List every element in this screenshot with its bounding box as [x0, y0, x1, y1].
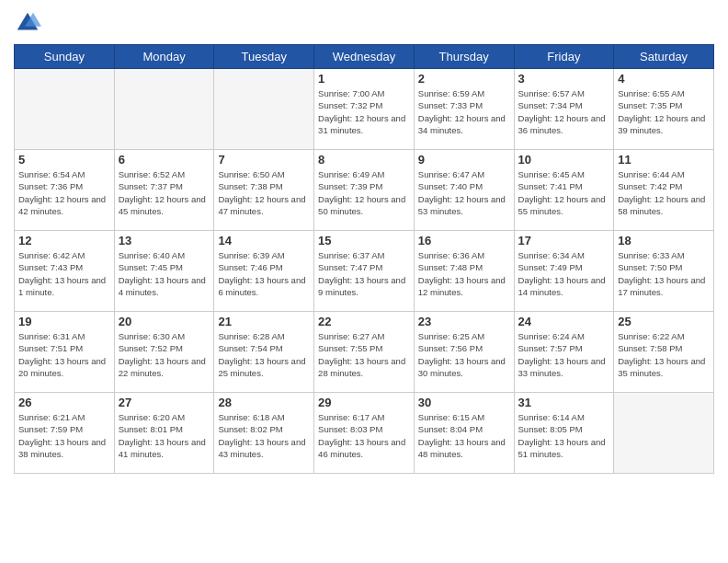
day-number: 8 — [318, 153, 410, 167]
day-info: Sunrise: 6:45 AM Sunset: 7:41 PM Dayligh… — [518, 168, 610, 217]
calendar-cell: 23Sunrise: 6:25 AM Sunset: 7:56 PM Dayli… — [414, 312, 514, 393]
day-number: 17 — [518, 234, 610, 247]
day-number: 26 — [18, 396, 110, 409]
calendar-cell — [15, 69, 115, 150]
day-number: 29 — [318, 396, 410, 409]
day-number: 4 — [618, 72, 710, 86]
day-info: Sunrise: 6:22 AM Sunset: 7:58 PM Dayligh… — [618, 330, 710, 379]
header — [14, 9, 714, 37]
calendar-cell: 6Sunrise: 6:52 AM Sunset: 7:37 PM Daylig… — [114, 150, 214, 231]
day-info: Sunrise: 6:20 AM Sunset: 8:01 PM Dayligh… — [119, 411, 210, 460]
day-info: Sunrise: 6:36 AM Sunset: 7:48 PM Dayligh… — [418, 249, 510, 298]
calendar-cell: 24Sunrise: 6:24 AM Sunset: 7:57 PM Dayli… — [514, 312, 614, 393]
day-info: Sunrise: 6:44 AM Sunset: 7:42 PM Dayligh… — [618, 168, 710, 217]
day-info: Sunrise: 6:54 AM Sunset: 7:36 PM Dayligh… — [18, 168, 110, 217]
calendar-cell: 19Sunrise: 6:31 AM Sunset: 7:51 PM Dayli… — [15, 312, 115, 393]
days-header-row: SundayMondayTuesdayWednesdayThursdayFrid… — [15, 45, 714, 69]
day-info: Sunrise: 6:57 AM Sunset: 7:34 PM Dayligh… — [518, 87, 610, 136]
day-info: Sunrise: 6:55 AM Sunset: 7:35 PM Dayligh… — [618, 87, 710, 136]
day-header-sunday: Sunday — [15, 45, 115, 69]
day-info: Sunrise: 6:15 AM Sunset: 8:04 PM Dayligh… — [418, 411, 510, 460]
day-number: 6 — [119, 153, 210, 167]
calendar-cell: 15Sunrise: 6:37 AM Sunset: 7:47 PM Dayli… — [314, 231, 415, 312]
day-info: Sunrise: 6:27 AM Sunset: 7:55 PM Dayligh… — [318, 330, 410, 379]
calendar-cell: 4Sunrise: 6:55 AM Sunset: 7:35 PM Daylig… — [614, 69, 714, 150]
day-number: 27 — [119, 396, 210, 409]
day-info: Sunrise: 6:37 AM Sunset: 7:47 PM Dayligh… — [318, 249, 410, 298]
day-header-thursday: Thursday — [414, 45, 514, 69]
day-info: Sunrise: 6:39 AM Sunset: 7:46 PM Dayligh… — [218, 249, 310, 298]
calendar-cell: 14Sunrise: 6:39 AM Sunset: 7:46 PM Dayli… — [214, 231, 314, 312]
day-number: 23 — [418, 315, 510, 328]
day-number: 1 — [318, 72, 410, 86]
day-number: 3 — [518, 72, 610, 86]
day-number: 13 — [119, 234, 210, 247]
calendar-table: SundayMondayTuesdayWednesdayThursdayFrid… — [14, 44, 714, 474]
day-number: 16 — [418, 234, 510, 247]
calendar-cell: 20Sunrise: 6:30 AM Sunset: 7:52 PM Dayli… — [114, 312, 214, 393]
day-info: Sunrise: 6:30 AM Sunset: 7:52 PM Dayligh… — [119, 330, 210, 379]
day-number: 2 — [418, 72, 510, 86]
week-row-0: 1Sunrise: 7:00 AM Sunset: 7:32 PM Daylig… — [15, 69, 714, 150]
calendar-cell: 7Sunrise: 6:50 AM Sunset: 7:38 PM Daylig… — [214, 150, 314, 231]
day-info: Sunrise: 6:59 AM Sunset: 7:33 PM Dayligh… — [418, 87, 510, 136]
day-info: Sunrise: 6:28 AM Sunset: 7:54 PM Dayligh… — [218, 330, 310, 379]
calendar-cell: 2Sunrise: 6:59 AM Sunset: 7:33 PM Daylig… — [414, 69, 514, 150]
calendar-cell — [614, 393, 714, 474]
calendar-cell: 27Sunrise: 6:20 AM Sunset: 8:01 PM Dayli… — [114, 393, 214, 474]
calendar-cell: 25Sunrise: 6:22 AM Sunset: 7:58 PM Dayli… — [614, 312, 714, 393]
week-row-1: 5Sunrise: 6:54 AM Sunset: 7:36 PM Daylig… — [15, 150, 714, 231]
calendar-cell: 5Sunrise: 6:54 AM Sunset: 7:36 PM Daylig… — [15, 150, 115, 231]
day-info: Sunrise: 6:47 AM Sunset: 7:40 PM Dayligh… — [418, 168, 510, 217]
day-info: Sunrise: 6:14 AM Sunset: 8:05 PM Dayligh… — [518, 411, 610, 460]
day-info: Sunrise: 6:40 AM Sunset: 7:45 PM Dayligh… — [119, 249, 210, 298]
day-number: 28 — [218, 396, 310, 409]
day-number: 31 — [518, 396, 610, 409]
calendar-cell: 21Sunrise: 6:28 AM Sunset: 7:54 PM Dayli… — [214, 312, 314, 393]
day-info: Sunrise: 6:33 AM Sunset: 7:50 PM Dayligh… — [618, 249, 710, 298]
calendar-cell: 31Sunrise: 6:14 AM Sunset: 8:05 PM Dayli… — [514, 393, 614, 474]
day-info: Sunrise: 6:18 AM Sunset: 8:02 PM Dayligh… — [218, 411, 310, 460]
day-header-wednesday: Wednesday — [314, 45, 415, 69]
day-number: 7 — [218, 153, 310, 167]
calendar-cell: 30Sunrise: 6:15 AM Sunset: 8:04 PM Dayli… — [414, 393, 514, 474]
day-number: 24 — [518, 315, 610, 328]
day-header-saturday: Saturday — [614, 45, 714, 69]
calendar-cell: 22Sunrise: 6:27 AM Sunset: 7:55 PM Dayli… — [314, 312, 415, 393]
day-info: Sunrise: 6:49 AM Sunset: 7:39 PM Dayligh… — [318, 168, 410, 217]
calendar-cell: 3Sunrise: 6:57 AM Sunset: 7:34 PM Daylig… — [514, 69, 614, 150]
day-number: 22 — [318, 315, 410, 328]
day-info: Sunrise: 6:31 AM Sunset: 7:51 PM Dayligh… — [18, 330, 110, 379]
day-number: 12 — [18, 234, 110, 247]
day-info: Sunrise: 6:17 AM Sunset: 8:03 PM Dayligh… — [318, 411, 410, 460]
day-number: 10 — [518, 153, 610, 167]
calendar-cell — [114, 69, 214, 150]
day-number: 21 — [218, 315, 310, 328]
calendar-cell: 29Sunrise: 6:17 AM Sunset: 8:03 PM Dayli… — [314, 393, 415, 474]
day-info: Sunrise: 6:25 AM Sunset: 7:56 PM Dayligh… — [418, 330, 510, 379]
day-info: Sunrise: 6:52 AM Sunset: 7:37 PM Dayligh… — [119, 168, 210, 217]
day-number: 18 — [618, 234, 710, 247]
day-number: 9 — [418, 153, 510, 167]
day-header-friday: Friday — [514, 45, 614, 69]
day-number: 11 — [618, 153, 710, 167]
calendar-cell: 10Sunrise: 6:45 AM Sunset: 7:41 PM Dayli… — [514, 150, 614, 231]
day-info: Sunrise: 7:00 AM Sunset: 7:32 PM Dayligh… — [318, 87, 410, 136]
day-header-tuesday: Tuesday — [214, 45, 314, 69]
calendar-cell — [214, 69, 314, 150]
calendar-cell: 28Sunrise: 6:18 AM Sunset: 8:02 PM Dayli… — [214, 393, 314, 474]
page: SundayMondayTuesdayWednesdayThursdayFrid… — [0, 0, 728, 563]
calendar-cell: 17Sunrise: 6:34 AM Sunset: 7:49 PM Dayli… — [514, 231, 614, 312]
day-info: Sunrise: 6:24 AM Sunset: 7:57 PM Dayligh… — [518, 330, 610, 379]
day-header-monday: Monday — [114, 45, 214, 69]
calendar-cell: 9Sunrise: 6:47 AM Sunset: 7:40 PM Daylig… — [414, 150, 514, 231]
calendar-cell: 1Sunrise: 7:00 AM Sunset: 7:32 PM Daylig… — [314, 69, 415, 150]
day-info: Sunrise: 6:42 AM Sunset: 7:43 PM Dayligh… — [18, 249, 110, 298]
calendar-cell: 26Sunrise: 6:21 AM Sunset: 7:59 PM Dayli… — [15, 393, 115, 474]
week-row-4: 26Sunrise: 6:21 AM Sunset: 7:59 PM Dayli… — [15, 393, 714, 474]
calendar-cell: 8Sunrise: 6:49 AM Sunset: 7:39 PM Daylig… — [314, 150, 415, 231]
day-number: 20 — [119, 315, 210, 328]
week-row-3: 19Sunrise: 6:31 AM Sunset: 7:51 PM Dayli… — [15, 312, 714, 393]
week-row-2: 12Sunrise: 6:42 AM Sunset: 7:43 PM Dayli… — [15, 231, 714, 312]
day-number: 15 — [318, 234, 410, 247]
